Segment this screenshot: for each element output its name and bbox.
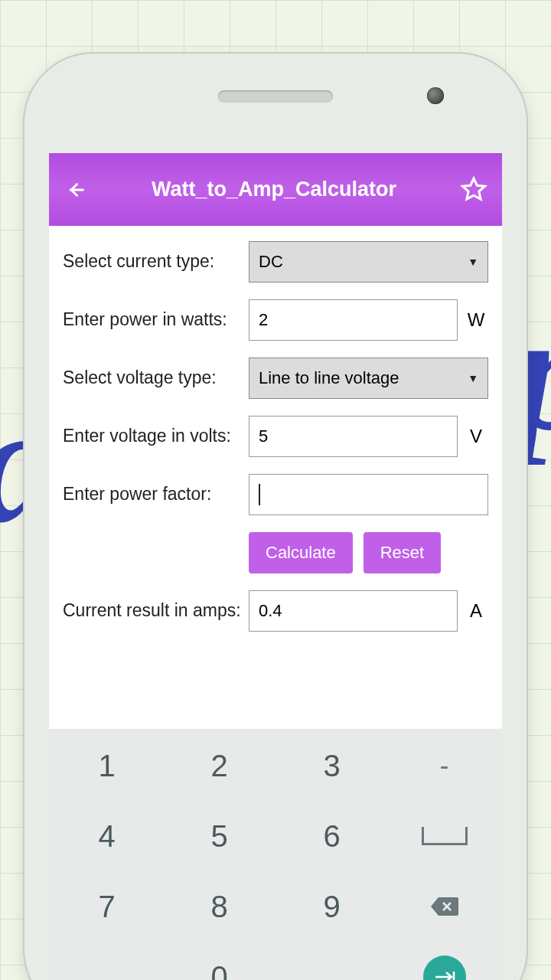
key-9[interactable]: 9 [277,873,386,940]
key-3[interactable]: 3 [277,732,386,799]
key-7[interactable]: 7 [52,873,161,940]
key-dot[interactable]: . [277,943,386,980]
result-unit: A [464,600,488,622]
key-comma[interactable]: , [52,943,161,980]
result-label: Current result in amps: [63,600,243,622]
key-8[interactable]: 8 [165,873,274,940]
result-output: 0.4 [249,590,458,632]
key-space[interactable] [390,802,499,870]
reset-button[interactable]: Reset [364,532,441,573]
power-input[interactable]: 2 [249,299,458,341]
phone-camera [427,87,444,104]
key-4[interactable]: 4 [52,802,161,870]
key-enter[interactable] [390,943,499,980]
key-backspace[interactable] [390,873,499,940]
power-label: Enter power in watts: [63,309,243,331]
favorite-button[interactable] [459,175,488,204]
voltage-type-label: Select voltage type: [63,368,243,389]
enter-circle [423,956,466,980]
key-minus[interactable]: - [390,732,499,799]
power-factor-input[interactable] [249,474,488,515]
back-arrow-icon [65,179,86,201]
backspace-icon [429,895,460,918]
key-6[interactable]: 6 [277,802,386,870]
key-1[interactable]: 1 [52,732,161,799]
key-2[interactable]: 2 [165,732,274,799]
phone-frame: Watt_to_Amp_Calculator Select current ty… [24,54,527,980]
power-factor-label: Enter power factor: [63,484,243,505]
app-bar: Watt_to_Amp_Calculator [49,153,502,226]
key-5[interactable]: 5 [165,802,274,870]
voltage-type-select[interactable]: Line to line voltage [249,358,488,399]
back-button[interactable] [63,177,89,203]
voltage-label: Enter voltage in volts: [63,426,243,447]
voltage-unit: V [464,426,488,447]
phone-speaker [218,90,333,103]
calculate-button[interactable]: Calculate [249,532,353,573]
key-0[interactable]: 0 [165,943,274,980]
star-icon [460,176,487,204]
app-screen: Watt_to_Amp_Calculator Select current ty… [49,153,502,980]
calculator-form: Select current type: DC Enter power in w… [49,226,502,656]
space-icon [422,827,468,845]
current-type-label: Select current type: [63,251,243,273]
page-title: Watt_to_Amp_Calculator [89,178,459,201]
current-type-select[interactable]: DC [249,241,488,283]
numeric-keypad: 1 2 3 - 4 5 6 7 8 9 , 0 . [49,729,502,980]
voltage-input[interactable]: 5 [249,416,458,457]
enter-arrow-icon [433,969,456,980]
power-unit: W [464,309,488,331]
